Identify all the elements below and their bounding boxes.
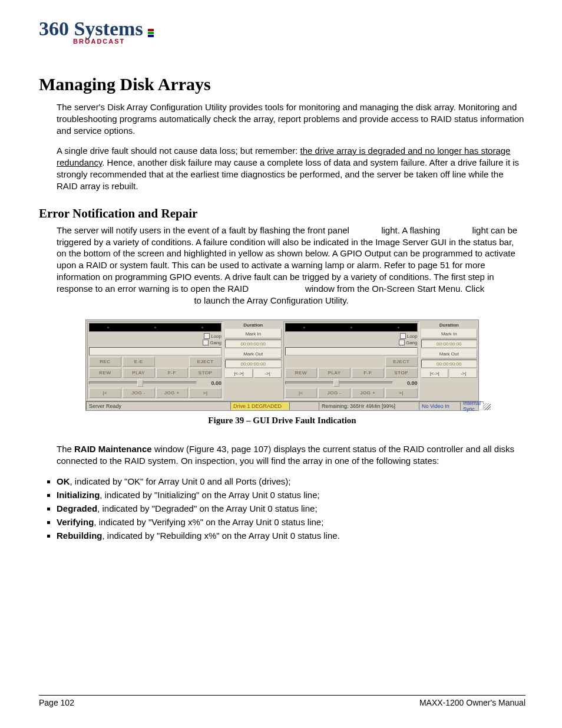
p3-blank1	[352, 225, 379, 235]
p4a: The	[57, 444, 74, 454]
stop-button[interactable]: STOP	[189, 368, 222, 378]
p3d: window from the On-Screen Start Menu. Cl…	[305, 284, 484, 294]
ee-button[interactable]: E-E	[123, 357, 155, 367]
goto-out-button[interactable]: ->|	[449, 369, 477, 378]
jog-minus-button[interactable]: JOG -	[123, 388, 155, 398]
mark-in-tc: 00:00:00:00	[225, 340, 282, 348]
brand-logo: 360 Systems BROADCAST	[39, 18, 525, 45]
gang-checkbox[interactable]: Gang	[399, 340, 418, 345]
loop-checkbox[interactable]: Loop	[204, 333, 222, 339]
raid-states-list: OK, indicated by "OK" for Array Unit 0 a…	[39, 475, 525, 542]
clip-name-field[interactable]	[285, 347, 418, 355]
p3-blank2	[442, 225, 470, 235]
list-item: Verifying, indicated by "Verifying x%" o…	[57, 516, 525, 528]
jog-minus-button[interactable]: JOG -	[318, 388, 351, 398]
jog-slider[interactable]	[285, 381, 393, 384]
page-footer: Page 102 MAXX-1200 Owner's Manual	[39, 695, 525, 707]
mark-out-tc: 00:00:00:00	[421, 360, 478, 368]
ff-button[interactable]: F-F	[156, 368, 189, 378]
review-button[interactable]: |<->|	[421, 369, 449, 378]
jog-plus-button[interactable]: JOG +	[352, 388, 384, 398]
rew-button[interactable]: REW	[89, 368, 121, 378]
figure-caption: Figure 39 – GUI Drive Fault Indication	[39, 416, 525, 426]
status-server-ready: Server Ready	[86, 401, 230, 410]
p2-tail: . Hence, another disk failure may cause …	[57, 157, 519, 191]
goto-end-button[interactable]: >|	[385, 388, 418, 398]
mark-out-button[interactable]: Mark Out	[225, 349, 282, 358]
goto-out-button[interactable]: ->|	[254, 369, 282, 378]
rew-button[interactable]: REW	[285, 368, 318, 378]
p3e: to launch the Array Configuration Utilit…	[194, 295, 348, 305]
section-heading: Error Notification and Repair	[39, 206, 525, 221]
clip-name-field[interactable]	[89, 347, 222, 355]
p4-bold: RAID Maintenance	[74, 444, 152, 454]
ff-button[interactable]: F-F	[352, 368, 384, 378]
list-item: Initializing, indicated by "Initializing…	[57, 489, 525, 501]
goto-start-button[interactable]: |<	[89, 388, 121, 398]
list-item: Degraded, indicated by "Degraded" on the…	[57, 502, 525, 515]
resize-grip-icon[interactable]	[484, 401, 491, 410]
duration-label: Duration	[421, 322, 478, 328]
clip-display	[89, 323, 222, 332]
logo-stripes-icon	[148, 28, 154, 38]
gang-checkbox[interactable]: Gang	[203, 340, 222, 345]
play-button[interactable]: PLAY	[123, 368, 155, 378]
jog-plus-button[interactable]: JOG +	[156, 388, 189, 398]
status-internal-sync: Internal Sync	[460, 401, 484, 410]
transport-channel-2: Loop Gang REC E-E EJECT REW PLAY F-F	[283, 321, 478, 400]
jog-value: 0.00	[199, 380, 222, 386]
p2-lead: A single drive fault should not cause da…	[57, 146, 300, 156]
eject-button[interactable]: EJECT	[189, 357, 222, 367]
p3-blank3	[251, 284, 303, 294]
stop-button[interactable]: STOP	[385, 368, 418, 378]
rec-button[interactable]: REC	[89, 357, 121, 367]
intro-paragraph-2: A single drive fault should not cause da…	[57, 145, 525, 192]
goto-start-button[interactable]: |<	[285, 388, 318, 398]
footer-page-number: Page 102	[39, 698, 74, 707]
logo-script: 360 Systems	[39, 18, 143, 39]
mark-in-tc: 00:00:00:00	[421, 340, 478, 348]
intro-paragraph-1: The server's Disk Array Configuration Ut…	[57, 101, 525, 137]
list-item: OK, indicated by "OK" for Array Unit 0 a…	[57, 475, 525, 487]
status-drive-degraded: Drive 1 DEGRADED	[230, 401, 289, 410]
footer-manual-title: MAXX-1200 Owner's Manual	[419, 698, 525, 707]
duration-label: Duration	[225, 322, 282, 328]
status-remaining: Remaining: 365Hr 49Min [99%]	[319, 401, 419, 410]
p3a: The server will notify users in the even…	[57, 225, 352, 235]
eject-button[interactable]: EJECT	[385, 357, 418, 367]
list-item: Rebuilding, indicated by "Rebuilding x%"…	[57, 529, 525, 542]
mark-in-button[interactable]: Mark In	[225, 329, 282, 338]
mark-out-button[interactable]: Mark Out	[421, 349, 478, 358]
transport-channel-1: Loop Gang REC E-E EJECT REW PLAY F-F	[87, 321, 282, 400]
review-button[interactable]: |<->|	[225, 369, 253, 378]
jog-value: 0.00	[395, 380, 418, 386]
p3-blank4	[57, 295, 191, 305]
loop-checkbox[interactable]: Loop	[400, 333, 418, 339]
status-bar: Server Ready Drive 1 DEGRADED Remaining:…	[86, 401, 478, 410]
mark-in-button[interactable]: Mark In	[421, 329, 478, 338]
status-spacer	[289, 401, 319, 410]
goto-end-button[interactable]: >|	[189, 388, 222, 398]
raid-maint-paragraph: The RAID Maintenance window (Figure 43, …	[57, 443, 525, 467]
clip-display	[285, 323, 418, 332]
jog-slider[interactable]	[89, 381, 197, 384]
mark-out-tc: 00:00:00:00	[225, 360, 282, 368]
page-heading: Managing Disk Arrays	[39, 74, 525, 94]
error-paragraph: The server will notify users in the even…	[57, 225, 525, 307]
status-no-video: No Video In	[419, 401, 460, 410]
gui-figure: Loop Gang REC E-E EJECT REW PLAY F-F	[85, 319, 479, 411]
p3b: light. A flashing	[381, 225, 442, 235]
play-button[interactable]: PLAY	[318, 368, 351, 378]
